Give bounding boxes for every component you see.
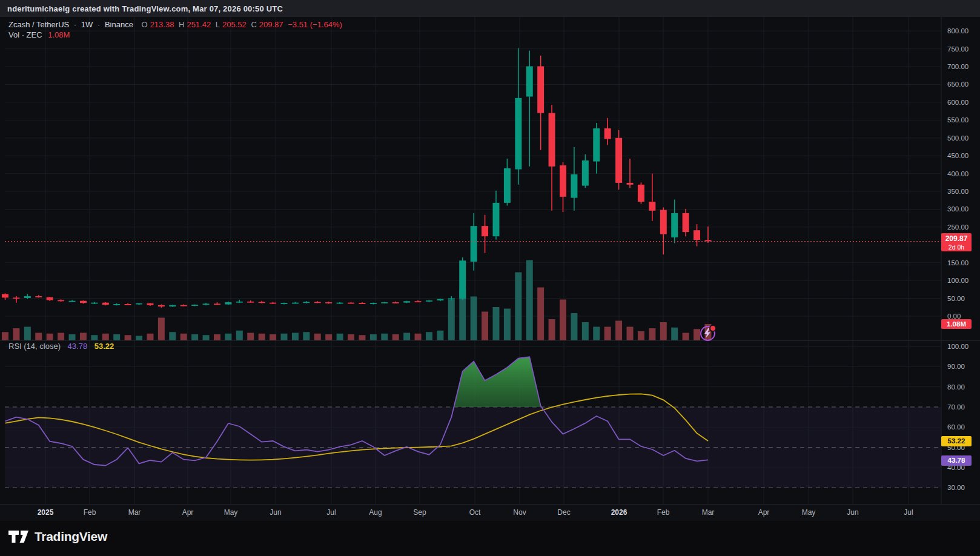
rsi-ma-badge: 53.22 <box>941 436 972 446</box>
price-chart-canvas[interactable] <box>0 0 980 556</box>
change-value: −3.51 (−1.64%) <box>288 20 342 29</box>
time-axis-label: Apr <box>758 508 770 517</box>
bar-countdown: 2d 0h <box>941 243 972 251</box>
price-tick-label: 350.00 <box>947 187 968 196</box>
rsi-ma-value: 53.22 <box>94 342 114 351</box>
time-axis-label: Sep <box>413 508 426 517</box>
candle-body <box>415 301 422 302</box>
volume-bar <box>560 300 566 341</box>
volume-bar <box>549 319 555 340</box>
time-axis-label: 2026 <box>611 508 627 517</box>
candle-body <box>448 299 455 300</box>
candle-body <box>359 303 365 304</box>
volume-bar <box>593 327 600 341</box>
volume-bar <box>47 334 53 340</box>
candle-body <box>593 128 600 162</box>
volume-bar <box>13 328 19 340</box>
rsi-tick-label: 60.00 <box>947 423 965 431</box>
volume-bar <box>492 307 499 340</box>
symbol-name[interactable]: Zcash / TetherUS <box>8 20 69 29</box>
time-axis-label: Aug <box>369 508 382 517</box>
time-axis-label: Jun <box>270 508 281 517</box>
candle-body <box>58 300 64 302</box>
volume-bar <box>35 333 42 341</box>
volume-bar <box>471 297 477 341</box>
volume-bar <box>191 334 198 340</box>
rsi-tick-label: 30.00 <box>947 483 965 492</box>
volume-bar <box>638 331 644 340</box>
volume-bar <box>348 334 354 340</box>
time-axis-label: Nov <box>513 508 526 517</box>
candle-body <box>113 304 120 305</box>
time-axis-label: Jul <box>904 508 913 517</box>
candle-body <box>604 128 611 139</box>
candle-body <box>660 210 667 234</box>
volume-bar <box>24 327 31 341</box>
rsi-tick-label: 90.00 <box>947 362 965 371</box>
candle-body <box>459 260 466 299</box>
volume-bar <box>337 334 343 340</box>
volume-bar <box>259 334 265 340</box>
volume-bar <box>303 332 310 340</box>
price-tick-label: 800.00 <box>947 27 968 35</box>
volume-bar <box>582 322 589 340</box>
candle-body <box>426 300 432 302</box>
candle-body <box>281 303 288 304</box>
time-axis-label: Jul <box>326 508 336 517</box>
candle-body <box>515 98 521 170</box>
volume-bar <box>482 312 488 341</box>
symbol-legend[interactable]: Zcash / TetherUS · 1W · Binance O213.38 … <box>8 20 345 29</box>
candle-body <box>392 302 399 303</box>
volume-bar <box>381 334 388 340</box>
candle-body <box>69 301 76 302</box>
candle-body <box>24 296 31 298</box>
time-axis-label: Feb <box>84 508 96 517</box>
price-tick-label: 300.00 <box>947 205 968 213</box>
candle-body <box>671 213 678 237</box>
close-value: 209.87 <box>259 20 283 29</box>
candle-body <box>694 230 700 240</box>
volume-bar <box>359 335 365 340</box>
price-tick-label: 600.00 <box>947 98 968 107</box>
volume-label: Vol · ZEC <box>8 30 42 39</box>
rsi-legend[interactable]: RSI (14, close) 43.78 53.22 <box>8 342 114 351</box>
candle-body <box>80 301 87 303</box>
volume-bar <box>2 332 8 340</box>
price-axis[interactable]: 800.00750.00700.00650.00600.00550.00500.… <box>941 17 980 504</box>
last-price-badge: 209.87 2d 0h <box>941 233 972 251</box>
rsi-tick-label: 100.00 <box>947 342 968 351</box>
candle-body <box>292 303 299 304</box>
volume-bar <box>147 334 153 340</box>
interval-label[interactable]: 1W <box>81 20 93 29</box>
volume-bar <box>102 334 109 340</box>
tradingview-logo-icon <box>8 531 29 543</box>
notification-dot <box>709 325 717 332</box>
volume-legend[interactable]: Vol · ZEC 1.08M <box>8 30 70 39</box>
candle-body <box>214 303 220 305</box>
candle-body <box>482 226 488 236</box>
volume-bar <box>270 334 276 340</box>
candle-body <box>683 213 689 232</box>
price-tick-label: 700.00 <box>947 62 968 71</box>
close-label: C <box>251 20 256 29</box>
candle-body <box>147 303 153 305</box>
lightning-button[interactable] <box>700 326 715 341</box>
candle-body <box>47 297 53 300</box>
candle-body <box>270 303 276 304</box>
price-tick-label: 100.00 <box>947 276 968 285</box>
candle-body <box>91 303 98 304</box>
candle-body <box>582 161 589 186</box>
volume-bar <box>325 334 332 340</box>
time-axis[interactable]: 2025FebMarAprMayJunJulAugSepOctNovDec202… <box>0 504 980 521</box>
volume-bar <box>69 334 76 340</box>
candle-body <box>348 303 354 304</box>
candle-body <box>492 203 499 236</box>
low-label: L <box>216 20 220 29</box>
volume-value: 1.08M <box>48 30 70 39</box>
tradingview-brand[interactable]: TradingView <box>8 529 107 544</box>
volume-bar <box>225 334 231 340</box>
candle-body <box>627 183 634 185</box>
volume-bar <box>169 332 176 340</box>
watermark-text: nderitumichaelg created with TradingView… <box>7 4 283 13</box>
price-tick-label: 550.00 <box>947 116 968 124</box>
